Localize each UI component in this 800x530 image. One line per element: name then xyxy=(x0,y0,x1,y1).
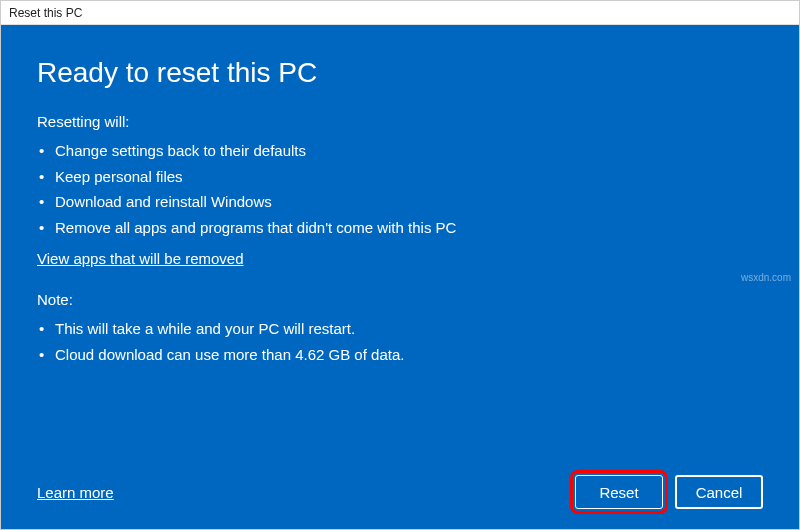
reset-pc-window: Reset this PC Ready to reset this PC Res… xyxy=(0,0,800,530)
resetting-list: Change settings back to their defaults K… xyxy=(37,138,763,240)
view-apps-link[interactable]: View apps that will be removed xyxy=(37,250,244,267)
window-title: Reset this PC xyxy=(9,6,82,20)
note-list: This will take a while and your PC will … xyxy=(37,316,763,367)
list-item: This will take a while and your PC will … xyxy=(37,316,763,342)
reset-button[interactable]: Reset xyxy=(575,475,663,509)
cancel-button[interactable]: Cancel xyxy=(675,475,763,509)
button-row: Reset Cancel xyxy=(575,475,763,509)
content-pane: Ready to reset this PC Resetting will: C… xyxy=(1,25,799,529)
resetting-label: Resetting will: xyxy=(37,113,763,130)
list-item: Change settings back to their defaults xyxy=(37,138,763,164)
list-item: Remove all apps and programs that didn't… xyxy=(37,215,763,241)
resetting-section: Resetting will: Change settings back to … xyxy=(37,113,763,285)
page-heading: Ready to reset this PC xyxy=(37,57,763,89)
footer: Learn more Reset Cancel xyxy=(37,475,763,509)
list-item: Download and reinstall Windows xyxy=(37,189,763,215)
learn-more-link[interactable]: Learn more xyxy=(37,484,114,501)
note-section: Note: This will take a while and your PC… xyxy=(37,291,763,377)
list-item: Cloud download can use more than 4.62 GB… xyxy=(37,342,763,368)
titlebar: Reset this PC xyxy=(1,1,799,25)
list-item: Keep personal files xyxy=(37,164,763,190)
watermark: wsxdn.com xyxy=(741,272,791,283)
note-label: Note: xyxy=(37,291,763,308)
